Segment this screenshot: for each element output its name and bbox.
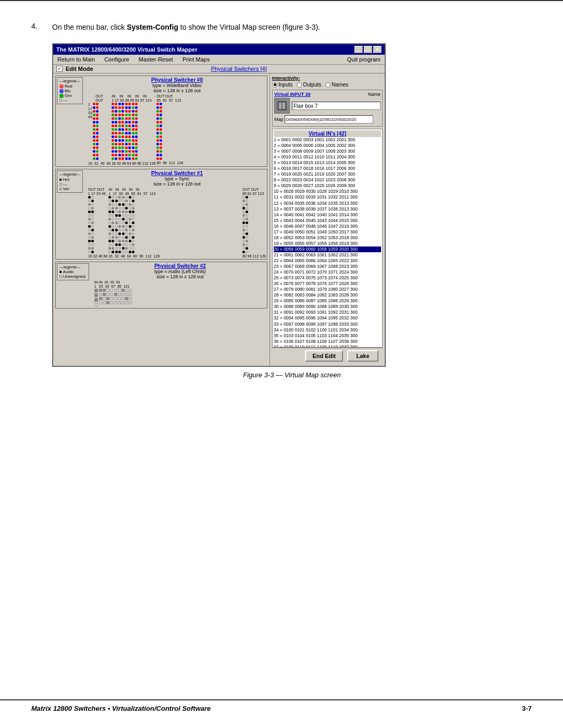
virtual-in-item[interactable]: 33 = 0097 0098 0099 1097 1098 2033 300 <box>274 322 381 327</box>
switcher-2-type: type = Audio (Left Chnls) <box>94 269 266 274</box>
virtual-in-item[interactable]: 29 = 0085 0086 0087 1085 1086 2029 300 <box>274 298 381 304</box>
switcher-2-header: Physical Switcher #2 <box>94 263 266 269</box>
lake-button[interactable]: Lake <box>347 350 378 362</box>
vsm-title: The MATRIX 12800/6400/3200 Virtual Switc… <box>56 46 197 53</box>
virtual-in-item[interactable]: 20 = 0058 0059 0060 1058 1059 2020 300 <box>274 246 381 252</box>
switcher-0-type: type = WideBand Video <box>88 83 266 88</box>
step-number: 4. <box>31 22 42 30</box>
switcher-0-size: size = 128 in x 128 out <box>88 88 266 93</box>
close-button[interactable]: × <box>373 46 382 53</box>
vsm-menubar: Return to Main Configure Master-Reset Pr… <box>53 55 385 65</box>
virtual-in-item[interactable]: 5 = 0013 0014 0015 1013 1014 2005 300 <box>274 160 381 166</box>
virtual-in-item[interactable]: 35 = 0103 0104 0105 1103 1104 2035 300 <box>274 333 381 339</box>
svg-rect-2 <box>283 103 285 109</box>
vsm-bottom: End Edit Lake <box>272 348 383 364</box>
virtual-in-item[interactable]: 26 = 0076 0077 0078 1076 1077 2026 300 <box>274 281 381 287</box>
virtual-in-item[interactable]: 1 = 0001 0002 0003 1001 1002 2001 300 <box>274 137 381 143</box>
virtual-in-item[interactable]: 31 = 0091 0092 0093 1091 1092 2031 300 <box>274 310 381 315</box>
virtual-in-item[interactable]: 24 = 0070 0071 0072 1070 1071 2024 300 <box>274 269 381 275</box>
switcher-2-size: size = 128 in x 128 out <box>94 274 266 279</box>
virtual-in-item[interactable]: 32 = 0094 0095 0096 1094 1095 2032 300 <box>274 315 381 321</box>
svg-rect-1 <box>279 103 282 109</box>
menu-print-maps[interactable]: Print Maps <box>180 56 212 63</box>
virtual-input-header: Virtual INPUT 20 <box>274 92 311 97</box>
step-container: 4. On the menu bar, click System-Config … <box>31 22 532 33</box>
end-edit-button[interactable]: End Edit <box>305 350 343 362</box>
figure-caption: Figure 3-3 — Virtual Map screen <box>52 371 532 379</box>
virtual-ins-header: Virtual IN's [42] <box>274 130 381 137</box>
virtual-in-item[interactable]: 8 = 0022 0023 0024 1022 1023 2008 300 <box>274 177 381 183</box>
virtual-in-item[interactable]: 7 = 0019 0020 0021 1019 1020 2007 300 <box>274 171 381 177</box>
vsm-window: The MATRIX 12800/6400/3200 Virtual Switc… <box>52 43 386 367</box>
page-footer: Matrix 12800 Switchers • Virtualization/… <box>0 699 563 712</box>
virtual-in-item[interactable]: 10 = 0028 0029 0030 1028 1029 2010 300 <box>274 189 381 194</box>
virtual-in-item[interactable]: 17 = 0049 0050 0051 1049 1050 2017 300 <box>274 229 381 235</box>
virtual-in-item[interactable]: 30 = 0088 0089 0090 1088 1089 2030 300 <box>274 304 381 310</box>
radio-outputs[interactable]: Outputs <box>297 82 321 88</box>
maximize-button[interactable]: □ <box>364 46 372 53</box>
virtual-in-item[interactable]: 14 = 0040 0041 0042 1040 1041 2014 300 <box>274 212 381 218</box>
switcher-0: —legend— Red Blu Grn □ --- Physical Swit… <box>55 76 267 167</box>
virtual-in-item[interactable]: 27 = 0079 0080 0081 1079 1080 2027 300 <box>274 287 381 292</box>
virtual-in-item[interactable]: 18 = 0052 0053 0054 1052 1053 2018 300 <box>274 235 381 241</box>
radio-outputs-circle <box>297 82 302 88</box>
menu-master-reset[interactable]: Master-Reset <box>137 56 175 63</box>
virtual-ins-list[interactable]: Virtual IN's [42] 1 = 0001 0002 0003 100… <box>272 129 383 348</box>
vsm-body: —legend— Red Blu Grn □ --- Physical Swit… <box>53 73 385 366</box>
radio-names-circle <box>325 82 331 88</box>
vsm-left-panel: —legend— Red Blu Grn □ --- Physical Swit… <box>53 73 270 366</box>
radio-inputs[interactable]: Inputs <box>272 82 292 88</box>
vsm-right-panel: Interactivity: Inputs Outputs Names <box>270 73 385 366</box>
footer-left-text: Matrix 12800 Switchers • Virtualization/… <box>31 705 211 712</box>
virtual-in-item[interactable]: 12 = 0034 0035 0036 1034 1035 2013 300 <box>274 201 381 206</box>
virtual-in-item[interactable]: 15 = 0043 0044 0045 1043 1044 2015 300 <box>274 218 381 224</box>
name-label: Name <box>368 92 381 97</box>
switcher-svg <box>277 101 287 111</box>
radio-inputs-label: Inputs <box>278 82 292 88</box>
virtual-in-item[interactable]: 23 = 0067 0068 0069 1067 1068 2023 300 <box>274 264 381 269</box>
virtual-in-item[interactable]: 21 = 0061 0062 0063 1061 1062 2021 300 <box>274 252 381 258</box>
physical-switchers-label: Physical Switchers [4] <box>96 66 382 72</box>
switcher-2: —legend— ■ Audio □ Unassigned- Physical … <box>55 262 267 309</box>
virtual-in-item[interactable]: 11 = 0031 0032 0033 1031 1032 2011 300 <box>274 194 381 200</box>
radio-outputs-label: Outputs <box>303 82 321 88</box>
virtual-in-item[interactable]: 28 = 0082 0083 0084 1082 1083 2028 300 <box>274 292 381 298</box>
minimize-button[interactable]: _ <box>354 46 363 53</box>
virtual-in-item[interactable]: 13 = 0037 0038 0039 1037 1038 2013 300 <box>274 206 381 212</box>
virtual-in-item[interactable]: 25 = 0073 0074 0075 1073 1074 2025 300 <box>274 275 381 281</box>
switcher-0-header: Physical Switcher #0 <box>88 77 266 83</box>
edit-mode-checkbox[interactable]: ✓ <box>56 66 63 72</box>
switcher-2-legend: —legend— ■ Audio □ Unassigned- <box>57 263 89 280</box>
virtual-in-item[interactable]: 4 = 0010 0011 0012 1010 1011 2004 300 <box>274 154 381 160</box>
virtual-in-item[interactable]: 36 = 0106 0107 0108 1106 1107 2036 300 <box>274 339 381 344</box>
virtual-in-item[interactable]: 22 = 0064 0065 0066 1064 1065 2022 300 <box>274 258 381 264</box>
vsm-titlebar: The MATRIX 12800/6400/3200 Virtual Switc… <box>53 44 385 55</box>
radio-names[interactable]: Names <box>325 82 348 88</box>
map-label: Map <box>274 117 284 122</box>
switcher-1-header: Physical Switcher #1 <box>88 170 266 176</box>
virtual-in-item[interactable]: 34 = 0100 0101 0102 1100 1101 2034 300 <box>274 327 381 333</box>
virtual-in-item[interactable]: 16 = 0046 0047 0048 1046 1047 2016 300 <box>274 224 381 229</box>
virtual-in-item[interactable]: 19 = 0055 0056 0057 1055 1056 2019 300 <box>274 241 381 246</box>
switcher-1-type: type = Sync <box>88 176 266 181</box>
switcher-icon <box>274 98 290 114</box>
radio-names-label: Names <box>332 82 348 88</box>
footer-right-text: 3-7 <box>522 705 532 712</box>
virtual-in-item[interactable]: 9 = 0025 0026 0027 1025 1026 2009 300 <box>274 183 381 189</box>
step-text: On the menu bar, click System-Config to … <box>52 22 320 33</box>
menu-configure[interactable]: Configure <box>102 56 131 63</box>
map-input[interactable] <box>285 115 373 124</box>
virtual-in-item[interactable]: 2 = 0004 0005 0006 1004 1005 2002 300 <box>274 143 381 149</box>
interact-label: Interactivity: <box>272 76 383 81</box>
switcher-0-legend: —legend— Red Blu Grn □ --- <box>57 77 83 104</box>
menu-return-main[interactable]: Return to Main <box>55 56 97 63</box>
switcher-1-size: size = 128 in x 128 out <box>88 181 266 187</box>
vsm-toolbar: ✓ Edit Mode Physical Switchers [4] <box>53 65 385 73</box>
menu-quit[interactable]: Quit program <box>345 56 383 63</box>
switcher-1-legend: —legend— ■ Hor □ --- ■ Ver <box>57 170 83 193</box>
figure-container: The MATRIX 12800/6400/3200 Virtual Switc… <box>52 43 532 379</box>
virtual-in-item[interactable]: 6 = 0016 0017 0018 1016 1017 2006 300 <box>274 166 381 171</box>
flair-box-input[interactable] <box>292 102 381 110</box>
vsm-titlebar-buttons: _ □ × <box>354 46 382 53</box>
virtual-in-item[interactable]: 3 = 0007 0008 0009 1007 1008 2003 300 <box>274 149 381 154</box>
